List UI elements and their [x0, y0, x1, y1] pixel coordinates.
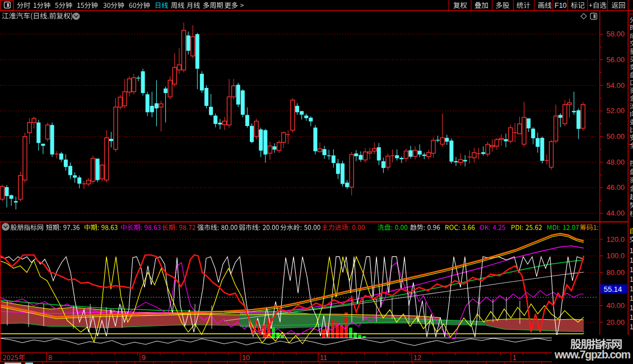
svg-text:1: 1 [630, 285, 633, 293]
svg-text:10: 10 [242, 354, 250, 362]
svg-text:1: 1 [630, 266, 633, 274]
svg-text:1: 1 [630, 276, 633, 283]
svg-text:80.00: 80.00 [606, 268, 625, 277]
svg-text:48.00: 48.00 [606, 158, 625, 166]
svg-text:1: 1 [630, 256, 633, 264]
svg-text:www.7gpzb.com: www.7gpzb.com [554, 348, 631, 361]
svg-text:12: 12 [413, 354, 421, 362]
svg-text:58.00: 58.00 [606, 30, 625, 38]
svg-text:1: 1 [630, 304, 633, 312]
svg-text:56.00: 56.00 [606, 55, 625, 64]
svg-text:11: 11 [320, 354, 327, 362]
svg-text:46.00: 46.00 [606, 183, 625, 192]
svg-text:55.14: 55.14 [604, 285, 622, 293]
svg-text:40.00: 40.00 [606, 301, 625, 310]
svg-text:1: 1 [630, 247, 633, 255]
svg-text:1: 1 [630, 295, 633, 302]
svg-text:1: 1 [630, 314, 633, 321]
svg-text:50.00: 50.00 [606, 132, 625, 141]
svg-text:120.0: 120.0 [606, 235, 625, 244]
svg-text:52.00: 52.00 [606, 106, 625, 115]
svg-text:1: 1 [513, 354, 516, 362]
svg-text:8: 8 [48, 354, 52, 362]
svg-text:20.00: 20.00 [606, 318, 625, 326]
svg-text:9: 9 [142, 354, 146, 362]
svg-text:54.00: 54.00 [606, 81, 625, 90]
svg-text:100.0: 100.0 [606, 251, 625, 260]
svg-text:F10: F10 [555, 2, 567, 10]
svg-text:1: 1 [630, 323, 633, 331]
svg-text:44.00: 44.00 [606, 209, 625, 217]
